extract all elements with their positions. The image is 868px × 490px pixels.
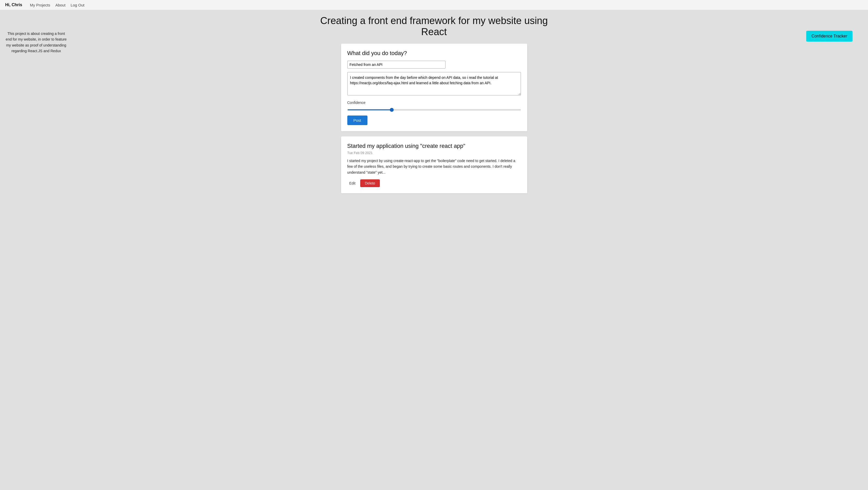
confidence-slider[interactable] [347, 109, 521, 110]
page-container: Creating a front end framework for my we… [0, 10, 868, 198]
sidebar-left: This project is about creating a front e… [5, 31, 67, 54]
form-card: What did you do today? I created compone… [341, 44, 527, 131]
my-projects-link[interactable]: My Projects [30, 3, 50, 7]
navbar: Hi, Chris My Projects About Log Out [0, 0, 868, 10]
sidebar-right: Confidence Tracker [806, 31, 852, 41]
notes-textarea[interactable]: I created components from the day before… [347, 72, 521, 95]
nav-greeting: Hi, Chris [5, 3, 22, 7]
logout-link[interactable]: Log Out [70, 3, 84, 7]
page-title: Creating a front end framework for my we… [318, 15, 550, 37]
topic-input[interactable] [347, 61, 445, 68]
main-content: What did you do today? I created compone… [341, 44, 527, 193]
entry-title: Started my application using "create rea… [347, 143, 521, 149]
confidence-label: Confidence [347, 100, 521, 105]
entry-actions: Edit Delete [347, 179, 521, 187]
project-description: This project is about creating a front e… [5, 31, 67, 54]
form-heading: What did you do today? [347, 50, 521, 57]
entry-card: Started my application using "create rea… [341, 136, 527, 193]
entry-body: I started my project by using create-rea… [347, 158, 521, 175]
entry-date: Tue Feb 09 2021 [347, 151, 521, 155]
delete-button[interactable]: Delete [360, 179, 380, 187]
edit-button[interactable]: Edit [347, 179, 358, 187]
confidence-tracker-button[interactable]: Confidence Tracker [806, 31, 852, 41]
about-link[interactable]: About [55, 3, 65, 7]
post-button[interactable]: Post [347, 116, 368, 125]
